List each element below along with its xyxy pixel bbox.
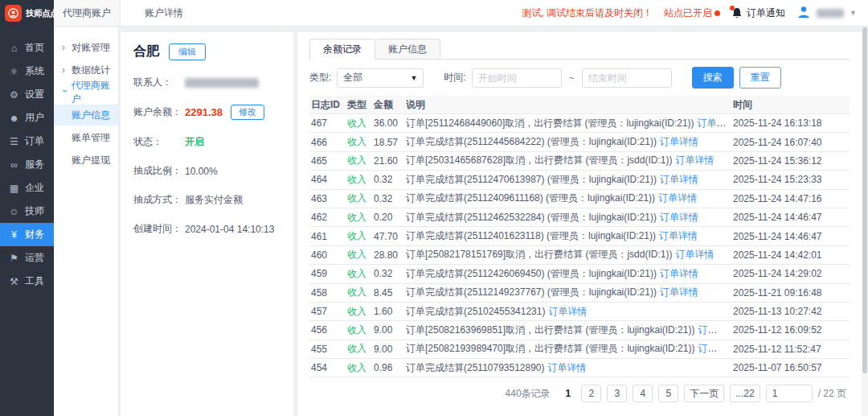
table-row: 467收入36.00订单[25112468449060]取消，出行费结算 (管理… [309, 114, 850, 133]
order-detail-link[interactable]: 订单详情 [675, 154, 714, 166]
sidebar-item-enterprise[interactable]: ▦企业 [0, 176, 54, 200]
cell-description: 订单[25031465687628]取消，出行费结算 (管理员：jsdd(ID:… [406, 154, 733, 167]
reset-button[interactable]: 重置 [739, 67, 781, 89]
description-text: 订单[25082193989470]取消，出行费结算 (管理员：lujingka… [406, 343, 694, 354]
order-detail-link[interactable]: 订单详情 [660, 136, 698, 147]
time-range-tilde: ~ [569, 72, 575, 84]
cell-log-id: 456 [309, 324, 347, 336]
ratio-value: 10.00% [185, 166, 218, 177]
subnav-subitem-withdrawal[interactable]: 账户提现 [54, 150, 118, 171]
subnav-subitem-bill-management[interactable]: 账单管理 [54, 127, 118, 148]
page-current[interactable]: 1 [561, 388, 576, 399]
subnav-item-agent-accounts[interactable]: ›代理商账户 [54, 82, 118, 103]
cell-log-id: 461 [309, 231, 347, 242]
filter-bar: 类型: 全部 ▼ 时间: ~ 搜索 重置 [309, 67, 850, 89]
page-button-5[interactable]: 5 [658, 385, 678, 402]
cell-type: 收入 [347, 211, 374, 224]
site-status[interactable]: 站点已开启 [664, 6, 720, 20]
app-logo[interactable]: 技师点点 [0, 0, 54, 27]
page-button-4[interactable]: 4 [633, 385, 653, 402]
page-jump-input[interactable] [766, 385, 813, 402]
subnav-subitem-account-info[interactable]: 账户信息 [54, 105, 118, 126]
start-time-input[interactable] [472, 68, 562, 88]
records-table: 日志ID类型金额说明时间 467收入36.00订单[25112468449060… [309, 96, 850, 377]
cell-log-id: 460 [309, 249, 347, 261]
description-text: 订单完成结算(25110793512890) [406, 362, 545, 373]
nav-section-title[interactable]: 代理商账户 [54, 0, 121, 26]
notification-badge [730, 6, 735, 10]
balance-value: 2291.38 [185, 106, 223, 118]
sidebar-item-settings[interactable]: ⚙设置 [0, 83, 54, 106]
order-detail-link[interactable]: 订单详情 [660, 268, 698, 279]
order-notification[interactable]: 订单通知 [731, 6, 785, 20]
order-detail-link[interactable]: 订单详情 [548, 306, 587, 317]
finance-icon: ¥ [9, 229, 19, 241]
table-row: 466收入18.57订单完成结算(25112445684222) (管理员：lu… [309, 133, 850, 151]
order-detail-link[interactable]: 订单详情 [660, 174, 698, 185]
sidebar-item-services[interactable]: ∞服务 [0, 153, 54, 176]
vertical-scrollbar[interactable] [862, 27, 868, 416]
cell-description: 订单[25082178151769]取消，出行费结算 (管理员：jsdd(ID:… [406, 248, 733, 262]
order-detail-link[interactable]: 订单详情 [675, 249, 714, 260]
user-name-redacted [817, 9, 844, 18]
order-detail-link[interactable]: 订单详情 [660, 212, 698, 223]
cell-time: 2025-11-21 09:16:48 [733, 287, 850, 299]
cell-amount: 36.00 [374, 117, 406, 129]
order-detail-link[interactable]: 订单详情 [659, 230, 698, 241]
cell-type: 收入 [347, 267, 374, 281]
created-value: 2024-01-04 14:10:13 [185, 224, 274, 235]
sidebar-item-label: 工具 [25, 274, 44, 288]
panel-tab-1[interactable]: 账户信息 [375, 39, 440, 59]
panel-tab-0[interactable]: 余额记录 [309, 39, 375, 59]
time-filter-label: 时间: [444, 71, 465, 84]
order-detail-link[interactable]: 订单详情 [658, 192, 697, 204]
brand-name: 技师点点 [26, 8, 58, 19]
method-value: 服务实付金额 [185, 193, 243, 207]
sidebar-item-tools[interactable]: ⚒工具 [0, 270, 54, 293]
search-button[interactable]: 搜索 [692, 67, 734, 89]
page-buttons: 2345 [581, 385, 678, 402]
person-icon: ☺ [9, 206, 19, 217]
sidebar-item-users[interactable]: ☻用户 [0, 106, 54, 130]
order-detail-link[interactable]: 订单详情 [548, 362, 587, 373]
sidebar-item-label: 服务 [25, 158, 44, 171]
brand-logo-icon [5, 5, 22, 22]
sidebar-item-technicians[interactable]: ☺技师 [0, 200, 54, 223]
order-detail-link[interactable]: 订单详情 [660, 286, 698, 298]
order-detail-link[interactable]: 订单详情 [698, 117, 733, 129]
tab-account-detail[interactable]: 账户详情 [145, 6, 183, 20]
sidebar-item-operations[interactable]: ⚑运营 [0, 246, 54, 270]
type-select[interactable]: 全部 ▼ [337, 68, 424, 88]
status-dot-icon [714, 10, 720, 16]
next-page-button[interactable]: 下一页 [684, 385, 724, 402]
modify-balance-button[interactable]: 修改 [231, 105, 264, 120]
order-detail-link[interactable]: 订单详情 [698, 343, 733, 354]
cell-description: 订单完成结算(25112401623118) (管理员：lujingkai(ID… [406, 229, 733, 243]
description-text: 订单完成结算(25112409611168) (管理员：lujingkai(ID… [406, 192, 655, 204]
last-page-button[interactable]: ...22 [730, 385, 760, 402]
user-menu[interactable]: ▼ [796, 5, 857, 22]
scrollbar-thumb[interactable] [862, 27, 867, 373]
subnav-item-statistics[interactable]: ›数据统计 [54, 60, 118, 80]
cell-time: 2025-11-24 16:07:40 [733, 137, 850, 148]
sidebar-item-label: 订单 [25, 134, 44, 148]
page-button-3[interactable]: 3 [607, 385, 627, 402]
sidebar-item-finance[interactable]: ¥财务 [0, 223, 54, 246]
description-text: 订单完成结算(25112401623118) (管理员：lujingkai(ID… [406, 230, 656, 241]
order-detail-link[interactable]: 订单详情 [698, 324, 733, 336]
column-header: 说明 [406, 98, 733, 112]
cell-type: 收入 [347, 248, 374, 262]
table-row: 461收入47.70订单完成结算(25112401623118) (管理员：lu… [309, 227, 850, 245]
description-text: 订单完成结算(25112462532284) (管理员：lujingkai(ID… [406, 212, 657, 223]
sidebar-item-home[interactable]: ⌂首页 [0, 36, 54, 60]
sidebar-item-system[interactable]: ⚛系统 [0, 60, 54, 83]
end-time-input[interactable] [582, 68, 672, 88]
cell-time: 2025-11-12 16:09:52 [733, 324, 850, 336]
cell-log-id: 464 [309, 174, 347, 185]
sidebar-item-label: 首页 [25, 41, 44, 55]
cell-amount: 0.96 [374, 362, 406, 373]
edit-button[interactable]: 编辑 [169, 43, 206, 60]
page-button-2[interactable]: 2 [581, 385, 601, 402]
sidebar-item-orders[interactable]: ☰订单 [0, 130, 54, 153]
subnav-item-reconciliation[interactable]: ›对账管理 [54, 37, 118, 58]
